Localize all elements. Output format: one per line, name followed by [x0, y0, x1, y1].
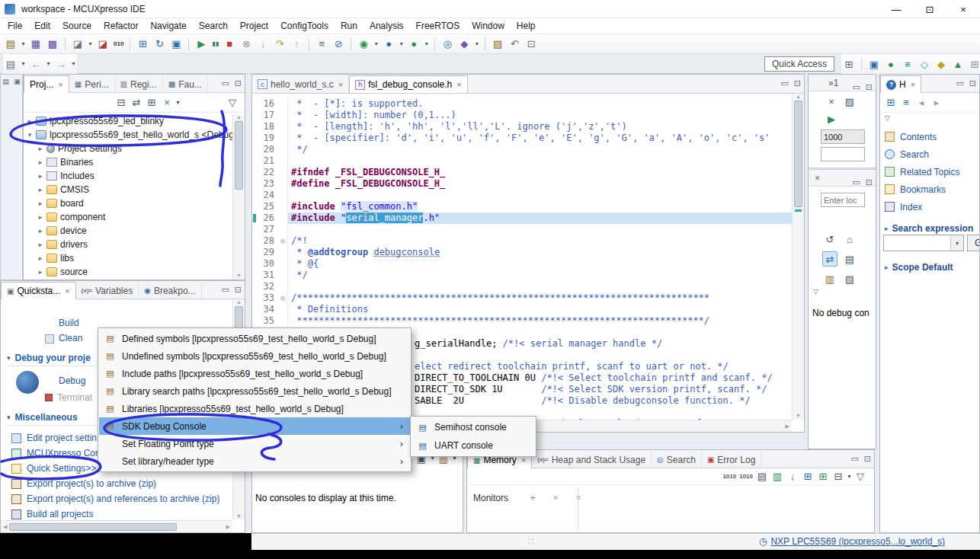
quick-access-button[interactable]: Quick Access: [764, 56, 834, 72]
close-icon[interactable]: ×: [338, 80, 343, 89]
help-tool-icon-back[interactable]: ◂: [914, 95, 929, 110]
perspective-icon-overview[interactable]: ⊞: [967, 56, 980, 72]
help-tab[interactable]: ? H ×: [880, 75, 921, 93]
expand-arrow-icon[interactable]: ▸: [36, 200, 45, 207]
close-icon[interactable]: ×: [456, 80, 461, 89]
aux-icon-link-view[interactable]: ⇄: [822, 251, 837, 267]
expand-arrow-icon[interactable]: ▸: [36, 241, 45, 248]
fast-view-icon-fastview-1[interactable]: ▤: [1, 77, 11, 87]
toolbar-icon-resume[interactable]: ▶: [194, 37, 209, 52]
context-menu-item-libraries[interactable]: ▤ Libraries [lpcxpresso55s69_test_hello_…: [99, 400, 410, 417]
nav-icon-editor-history[interactable]: ▤: [3, 56, 18, 72]
minimize-icon[interactable]: ▭: [852, 174, 860, 190]
code-line-34[interactable]: 34 * Definitions: [252, 304, 792, 315]
context-menu-item-defined-symbols[interactable]: ▤ Defined symbols [lpcxpresso55s69_test_…: [99, 330, 410, 347]
toolbar-icon-external-tools[interactable]: ◆: [456, 37, 472, 52]
context-menu-item-set-library-header-type[interactable]: Set library/header type ›: [99, 452, 410, 470]
minimize-icon[interactable]: ▭: [221, 78, 229, 88]
toolbar-icon-run-dropdown[interactable]: ▾: [423, 37, 430, 52]
code-line-25[interactable]: 25#include "fsl_common.h": [252, 201, 792, 212]
help-link-search[interactable]: Search: [885, 145, 979, 163]
view-tab-registers[interactable]: ▥ Regi...: [115, 75, 163, 93]
perspective-icon-secure[interactable]: ▲: [950, 56, 966, 72]
toolbar-icon-disconnect[interactable]: ⊗: [239, 37, 254, 52]
tree-item-drivers[interactable]: ▸ drivers: [24, 238, 232, 251]
code-line-16[interactable]: 16 * - [*]: is supported.: [252, 98, 792, 110]
code-line-19[interactable]: 19 * - [specifier]: 'd', 'i', 'u', 'f', …: [252, 133, 792, 144]
aux-icon-home[interactable]: ⌂: [842, 232, 857, 247]
scroll-down-icon[interactable]: ▼: [236, 513, 242, 519]
aux-icon-open-folder[interactable]: ▥: [822, 271, 837, 286]
close-icon[interactable]: ×: [65, 286, 69, 295]
toolbar-icon-open-terminal[interactable]: ▣: [168, 37, 184, 52]
memory-tool-icon-export-memory[interactable]: ▥: [770, 469, 785, 484]
monitor-action-icon-remove-monitor[interactable]: ×: [548, 490, 563, 505]
scroll-up-icon[interactable]: ▲: [236, 114, 242, 120]
menu-item[interactable]: Project: [234, 19, 274, 33]
help-tool-icon-show-index[interactable]: ≡: [898, 95, 914, 110]
view-tab-error-log[interactable]: ▣ Error Log: [702, 451, 761, 468]
explorer-tool-icon-collapse-all[interactable]: ⊟: [114, 95, 129, 110]
toolbar-icon-pin-editor[interactable]: ⊡: [524, 37, 539, 52]
aux-tool-icon-edit-config[interactable]: ▨: [842, 94, 857, 109]
toolbar-icon-annotate[interactable]: ▨: [490, 37, 505, 52]
debug-link[interactable]: Debug: [59, 375, 85, 386]
restore-button[interactable]: ⊡: [913, 0, 946, 18]
expand-arrow-icon[interactable]: ▸: [36, 158, 45, 166]
code-line-21[interactable]: 21: [252, 155, 792, 167]
toolbar-icon-new-dropdown[interactable]: ▾: [20, 37, 27, 52]
code-line-17[interactable]: 17 * - [width]: number (0,1...): [252, 110, 792, 121]
scroll-up-icon[interactable]: ▲: [796, 94, 801, 99]
menu-item[interactable]: Window: [466, 19, 511, 33]
nav-icon-back[interactable]: ←: [28, 56, 43, 72]
context-menu-item-sdk-debug-console[interactable]: ▤ SDK Debug Console ›: [99, 417, 410, 435]
toolbar-icon-run[interactable]: ●: [406, 37, 421, 52]
maximize-icon[interactable]: ⊡: [969, 78, 976, 88]
nav-icon-back-dropdown[interactable]: ▾: [45, 56, 52, 72]
location-field[interactable]: [821, 193, 865, 207]
aux-icon-edit-entry[interactable]: ▨: [842, 271, 857, 286]
memory-tool-icon-split-vertical[interactable]: ⊞: [815, 469, 831, 484]
toolbar-icon-instruction-stepping[interactable]: ≡: [314, 37, 329, 52]
toolbar-icon-build[interactable]: ◪: [70, 37, 85, 52]
view-tab-search[interactable]: ◎ Search: [652, 451, 702, 468]
context-menu-item-set-floating-point-type[interactable]: Set Floating Point type ›: [99, 435, 410, 452]
scroll-right-icon[interactable]: ▶: [786, 423, 789, 430]
quickstart-link-export-archive[interactable]: Export project(s) to archive (zip): [11, 476, 219, 491]
code-fragment[interactable]: g_serialHandle; /*!< serial manager hand…: [415, 338, 662, 350]
memory-tool-icon-hex-view-1[interactable]: 1010: [721, 469, 738, 484]
scrollbar-thumb[interactable]: [235, 121, 243, 190]
quickstart-hscrollbar[interactable]: ◀ ▶: [1, 520, 232, 532]
tree-item-source[interactable]: ▸ source: [24, 265, 232, 279]
scroll-right-icon[interactable]: ▶: [226, 524, 230, 530]
view-tab-variables[interactable]: (x)= Variables: [76, 282, 139, 299]
perspective-icon-open-perspective[interactable]: ⊞: [841, 56, 857, 72]
toolbar-icon-refresh[interactable]: ↻: [152, 37, 167, 52]
context-menu-item-include-paths[interactable]: ▤ Include paths [lpcxpresso55s69_test_he…: [99, 365, 410, 382]
quickstart-link-build-all[interactable]: Build all projects: [11, 506, 219, 520]
search-expression-header[interactable]: ▸ Search expression: [880, 216, 979, 234]
expand-arrow-icon[interactable]: ▸: [36, 268, 45, 276]
monitor-action-icon-remove-all-monitors[interactable]: ×: [571, 490, 586, 505]
chevron-down-icon[interactable]: ▾: [950, 235, 963, 251]
toolbar-icon-last-edit-location[interactable]: ↶: [507, 37, 522, 52]
tree-item-libs[interactable]: ▸ libs: [24, 251, 232, 265]
minimize-icon[interactable]: ▭: [850, 454, 858, 464]
expand-arrow-icon[interactable]: ▸: [36, 172, 45, 180]
tree-item-binaries[interactable]: ▸ Binaries: [24, 155, 232, 169]
tree-item-includes[interactable]: ▸ Includes: [24, 169, 232, 183]
tree-item-board[interactable]: ▸ board: [24, 196, 232, 210]
search-expression-combo[interactable]: ▾: [883, 235, 964, 251]
close-icon[interactable]: ×: [815, 173, 820, 184]
maximize-icon[interactable]: ⊡: [235, 78, 242, 88]
code-line-27[interactable]: 27: [252, 224, 792, 235]
code-fragment[interactable]: SABLE 2U /*!< Disable debugconsole funct…: [415, 395, 751, 407]
scroll-down-icon[interactable]: ▼: [236, 273, 242, 278]
tree-scrollbar[interactable]: ▲ ▼: [232, 114, 245, 280]
code-fragment[interactable]: DIRECT_TO_TOOLCHAIN 0U /*!< Select toolc…: [415, 372, 773, 384]
help-link-related-topics[interactable]: Related Topics: [885, 163, 979, 180]
view-tab-heap-stack-usage[interactable]: (x)= Heap and Stack Usage: [532, 451, 652, 468]
menu-item[interactable]: File: [2, 19, 28, 33]
toolbar-icon-debug[interactable]: ●: [381, 37, 396, 52]
menu-item[interactable]: FreeRTOS: [410, 19, 466, 33]
